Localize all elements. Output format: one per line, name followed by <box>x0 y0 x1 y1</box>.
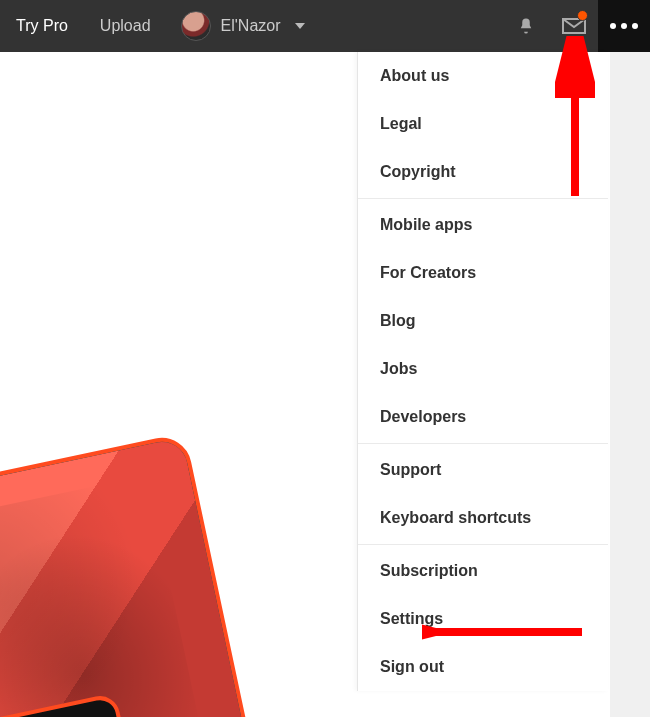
menu-item-label: About us <box>380 67 449 84</box>
menu-item-for-creators[interactable]: For Creators <box>358 249 608 297</box>
upload-label: Upload <box>100 17 151 35</box>
username-label: El'Nazor <box>221 17 281 35</box>
menu-item-label: Subscription <box>380 562 478 579</box>
menu-item-sign-out[interactable]: Sign out <box>358 643 608 691</box>
right-gutter <box>610 52 650 717</box>
chevron-down-icon <box>295 23 305 29</box>
menu-item-label: Jobs <box>380 360 417 377</box>
menu-item-label: Copyright <box>380 163 456 180</box>
menu-item-jobs[interactable]: Jobs <box>358 345 608 393</box>
menu-item-settings[interactable]: Settings <box>358 595 608 643</box>
more-dropdown: About usLegalCopyrightMobile appsFor Cre… <box>357 52 608 691</box>
user-menu[interactable]: El'Nazor <box>167 0 319 52</box>
menu-divider <box>358 544 608 545</box>
menu-item-support[interactable]: Support <box>358 446 608 494</box>
promo-artwork <box>0 357 340 717</box>
menu-item-label: Blog <box>380 312 416 329</box>
menu-item-mobile-apps[interactable]: Mobile apps <box>358 201 608 249</box>
try-pro-label: Try Pro <box>16 17 68 35</box>
menu-item-label: Support <box>380 461 441 478</box>
upload-link[interactable]: Upload <box>84 0 167 52</box>
menu-item-blog[interactable]: Blog <box>358 297 608 345</box>
menu-item-label: For Creators <box>380 264 476 281</box>
avatar <box>181 11 211 41</box>
menu-item-keyboard-shortcuts[interactable]: Keyboard shortcuts <box>358 494 608 542</box>
notifications-button[interactable] <box>502 0 550 52</box>
menu-item-label: Legal <box>380 115 422 132</box>
messages-button[interactable] <box>550 0 598 52</box>
menu-item-label: Developers <box>380 408 466 425</box>
menu-item-label: Keyboard shortcuts <box>380 509 531 526</box>
menu-item-label: Sign out <box>380 658 444 675</box>
menu-divider <box>358 198 608 199</box>
top-nav: Try Pro Upload El'Nazor <box>0 0 650 52</box>
more-icon <box>610 23 638 29</box>
more-menu-button[interactable] <box>598 0 650 52</box>
menu-item-subscription[interactable]: Subscription <box>358 547 608 595</box>
menu-item-developers[interactable]: Developers <box>358 393 608 441</box>
menu-item-label: Settings <box>380 610 443 627</box>
bell-icon <box>517 17 535 35</box>
try-pro-link[interactable]: Try Pro <box>0 0 84 52</box>
menu-item-about-us[interactable]: About us <box>358 52 608 100</box>
menu-item-copyright[interactable]: Copyright <box>358 148 608 196</box>
notification-dot-icon <box>577 10 588 21</box>
menu-divider <box>358 443 608 444</box>
menu-item-legal[interactable]: Legal <box>358 100 608 148</box>
menu-item-label: Mobile apps <box>380 216 472 233</box>
